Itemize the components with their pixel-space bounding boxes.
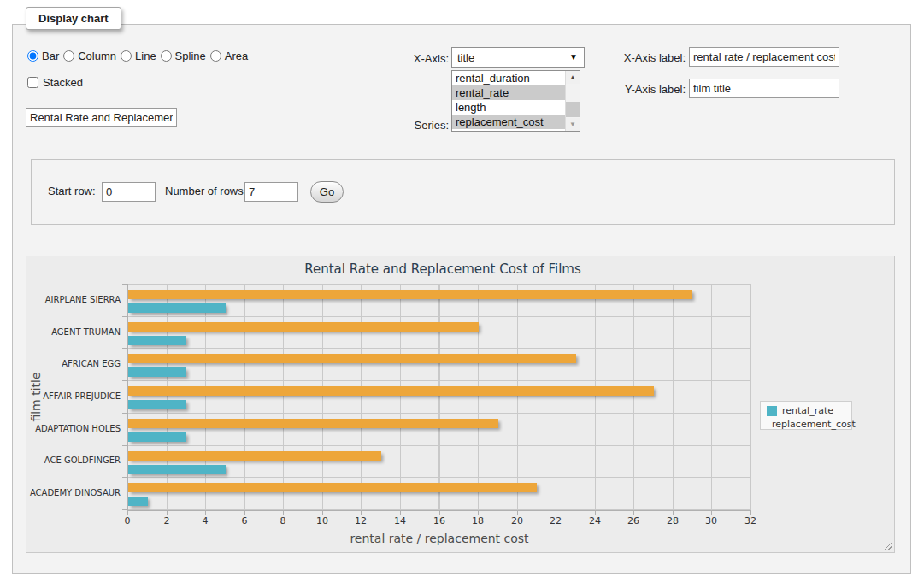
- chart-title: Rental Rate and Replacement Cost of Film…: [26, 262, 859, 277]
- y-axis-line: [127, 284, 128, 511]
- category-label: ACE GOLDFINGER: [26, 456, 121, 465]
- x-axis-selected-value: title: [457, 51, 474, 64]
- scrollbar-thumb[interactable]: [566, 102, 580, 117]
- y-axis-tick: [122, 477, 127, 478]
- number-of-rows-label: Number of rows:: [165, 185, 246, 197]
- stacked-checkbox-row[interactable]: Stacked: [27, 76, 83, 89]
- y-axis-tick: [122, 284, 127, 285]
- x-axis-tick-label: 24: [578, 515, 612, 526]
- bar-rental_rate[interactable]: [128, 400, 186, 409]
- legend-item-rental_rate[interactable]: rental_rate: [767, 404, 851, 417]
- series-scrollbar[interactable]: ▲ ▼: [565, 71, 580, 131]
- stacked-checkbox[interactable]: [27, 77, 38, 88]
- bar-replacement_cost[interactable]: [128, 322, 479, 332]
- chart-type-radio-bar[interactable]: [27, 50, 38, 62]
- bar-replacement_cost[interactable]: [128, 451, 381, 461]
- chart-type-option-area[interactable]: Area: [210, 50, 248, 62]
- x-axis-tick-label: 16: [422, 515, 456, 526]
- y-axis-tick: [122, 316, 127, 317]
- legend-item-replacement_cost[interactable]: replacement_cost: [767, 418, 851, 431]
- y-axis-label-caption: Y-Axis label:: [611, 83, 686, 96]
- bar-replacement_cost[interactable]: [128, 419, 498, 428]
- x-axis-tick-label: 22: [539, 515, 573, 526]
- y-axis-tick: [122, 348, 127, 349]
- y-axis-tick: [122, 509, 127, 510]
- x-axis-tick-label: 6: [227, 515, 262, 526]
- chart-title-input[interactable]: [26, 108, 177, 127]
- bar-rental_rate[interactable]: [128, 432, 186, 442]
- legend-swatch-icon: [767, 406, 777, 416]
- stacked-label: Stacked: [43, 76, 83, 89]
- number-of-rows-input[interactable]: [244, 182, 298, 202]
- scroll-down-icon[interactable]: ▼: [566, 118, 580, 131]
- category-label: AIRPLANE SIERRA: [26, 295, 121, 304]
- chart-type-option-spline[interactable]: Spline: [161, 50, 206, 62]
- chart-type-option-column[interactable]: Column: [63, 50, 116, 62]
- x-axis-tick-label: 14: [383, 515, 417, 526]
- series-option-rental_rate[interactable]: rental_rate: [452, 85, 565, 100]
- bar-rental_rate[interactable]: [128, 367, 186, 377]
- series-select-label: Series:: [380, 119, 449, 132]
- bar-replacement_cost[interactable]: [128, 386, 654, 396]
- bar-rental_rate[interactable]: [128, 303, 226, 313]
- x-axis-tick-label: 28: [656, 515, 690, 526]
- x-axis-tick-label: 18: [461, 515, 495, 526]
- x-axis-label-input[interactable]: [689, 47, 839, 67]
- chart-type-radio-label: Area: [225, 50, 248, 62]
- series-option-replacement_cost[interactable]: replacement_cost: [452, 115, 565, 129]
- row-range-panel: Start row: Number of rows: Go: [31, 159, 895, 225]
- x-axis-tick-label: 8: [266, 515, 300, 526]
- chart-type-radio-label: Line: [135, 50, 156, 62]
- x-axis-select-label: X-Axis:: [380, 52, 449, 65]
- chart-legend: rental_ratereplacement_cost: [760, 401, 852, 430]
- bar-replacement_cost[interactable]: [128, 290, 692, 299]
- y-axis-title: film title: [29, 342, 42, 453]
- chart-type-radio-label: Spline: [175, 50, 206, 62]
- series-option-rental_duration[interactable]: rental_duration: [452, 71, 565, 85]
- y-axis-tick: [122, 413, 127, 414]
- x-axis-tick-label: 30: [694, 515, 728, 526]
- bar-rental_rate[interactable]: [128, 465, 226, 474]
- category-label: ACADEMY DINOSAUR: [26, 488, 121, 497]
- x-axis-title: rental rate / replacement cost: [127, 532, 751, 545]
- y-axis-label-input[interactable]: [689, 79, 839, 98]
- chart-type-radio-line[interactable]: [121, 50, 132, 62]
- series-multiselect[interactable]: rental_durationrental_ratelengthreplacem…: [451, 70, 580, 132]
- legend-label: rental_rate: [782, 405, 833, 416]
- chart-type-radio-spline[interactable]: [161, 50, 172, 62]
- start-row-input[interactable]: [102, 182, 156, 202]
- scroll-up-icon[interactable]: ▲: [566, 71, 580, 84]
- series-options: rental_durationrental_ratelengthreplacem…: [452, 71, 580, 129]
- x-axis-select[interactable]: title ▼: [451, 47, 585, 68]
- category-label: AGENT TRUMAN: [26, 327, 121, 337]
- chart-type-radio-area[interactable]: [210, 50, 221, 62]
- chart-type-radio-label: Bar: [42, 50, 59, 62]
- chart-type-option-bar[interactable]: Bar: [27, 50, 59, 62]
- x-axis-tick-label: 32: [733, 515, 768, 526]
- y-axis-tick: [122, 380, 127, 381]
- x-axis-tick-label: 12: [344, 515, 378, 526]
- x-axis-tick-label: 20: [500, 515, 534, 526]
- series-option-length[interactable]: length: [452, 100, 565, 115]
- chevron-down-icon: ▼: [569, 52, 578, 62]
- bar-rental_rate[interactable]: [128, 336, 186, 345]
- x-axis-tick-label: 0: [110, 515, 144, 526]
- page: Display chart BarColumnLineSplineArea St…: [0, 0, 924, 582]
- chart-type-radio-group: BarColumnLineSplineArea: [27, 50, 252, 62]
- bar-rental_rate[interactable]: [128, 497, 148, 506]
- bar-replacement_cost[interactable]: [128, 354, 576, 363]
- x-axis-tick-label: 26: [616, 515, 650, 526]
- chart-type-option-line[interactable]: Line: [121, 50, 156, 62]
- chart-type-radio-column[interactable]: [63, 50, 74, 62]
- plot-area: [127, 284, 751, 510]
- chart-type-radio-label: Column: [78, 50, 116, 62]
- fieldset-legend: Display chart: [26, 7, 121, 30]
- bar-replacement_cost[interactable]: [128, 483, 537, 492]
- go-button[interactable]: Go: [310, 181, 344, 203]
- x-axis-tick-label: 4: [188, 515, 222, 526]
- y-axis-tick: [122, 445, 127, 446]
- start-row-label: Start row:: [48, 185, 96, 197]
- x-axis-tick-label: 2: [150, 515, 184, 526]
- resize-handle-icon[interactable]: [882, 540, 892, 550]
- legend-label: replacement_cost: [772, 419, 856, 430]
